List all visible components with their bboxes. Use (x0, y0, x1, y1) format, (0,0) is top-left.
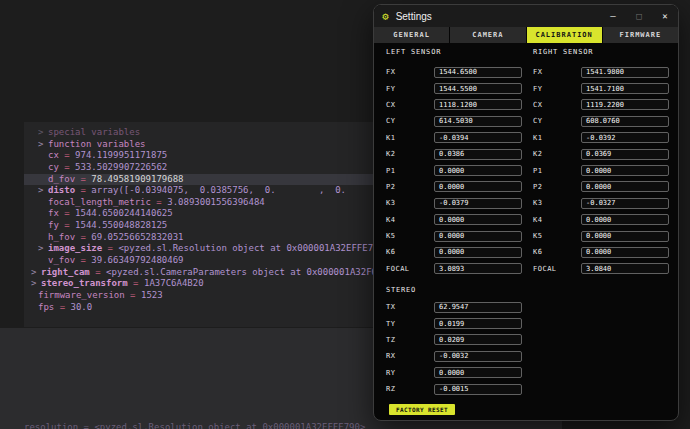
debug-line-fy: fy = 1544.550048828125 (24, 220, 378, 232)
debug-line-fps: fps = 30.0 (24, 302, 378, 314)
param-input-ty[interactable]: 0.0199 (434, 318, 522, 329)
param-label: K2 (386, 150, 434, 158)
debug-line-cx: cx = 974.1199951171875 (24, 150, 378, 162)
param-row-k5: K50.0000 (533, 228, 669, 244)
param-row-k3: K3-0.0379 (386, 195, 522, 211)
minimize-button[interactable]: – (600, 5, 626, 27)
debug-line-stereo-transform[interactable]: >stereo_transform = 1A37C6A4B20 (24, 278, 378, 290)
chevron-right-icon[interactable]: > (38, 127, 48, 139)
param-input-k6[interactable]: 0.0000 (581, 247, 669, 258)
param-row-p2: P20.0000 (533, 179, 669, 195)
param-label: K4 (533, 216, 581, 224)
param-label: K3 (386, 199, 434, 207)
debug-line-focal-length-metric: focal_length_metric = 3.0893001556396484 (24, 197, 378, 209)
debug-line-right-cam[interactable]: >right_cam = <pyzed.sl.CameraParameters … (24, 267, 378, 279)
param-input-fy[interactable]: 1544.5500 (434, 83, 522, 94)
chevron-right-icon[interactable]: > (31, 278, 41, 290)
param-input-k3[interactable]: -0.0327 (581, 198, 669, 209)
param-row-p2: P20.0000 (386, 179, 522, 195)
variable-value: <pyzed.sl.CameraParameters object at 0x0… (106, 267, 378, 277)
chevron-right-icon[interactable]: > (38, 185, 48, 197)
param-label: CY (533, 117, 581, 125)
param-row-tz: TZ0.0209 (386, 332, 522, 348)
variable-name: disto (48, 185, 75, 195)
debug-line-cy: cy = 533.5029907226562 (24, 162, 378, 174)
chevron-right-icon[interactable]: > (31, 267, 41, 279)
param-input-rz[interactable]: -0.0015 (434, 384, 522, 395)
right-sensor-column: FX1541.9800FY1541.7100CX1119.2200CY608.0… (533, 64, 669, 277)
param-input-p1[interactable]: 0.0000 (581, 165, 669, 176)
param-input-k4[interactable]: 0.0000 (434, 214, 522, 225)
param-input-k1[interactable]: -0.0392 (581, 132, 669, 143)
tab-camera[interactable]: CAMERA (450, 27, 525, 43)
param-row-ty: TY0.0199 (386, 315, 522, 331)
param-input-cy[interactable]: 608.0760 (581, 116, 669, 127)
equals-sign: = (59, 162, 75, 172)
param-label: FOCAL (533, 265, 581, 273)
param-input-fx[interactable]: 1541.9800 (581, 67, 669, 78)
param-input-tz[interactable]: 0.0209 (434, 334, 522, 345)
param-input-k5[interactable]: 0.0000 (581, 231, 669, 242)
param-row-cx: CX1118.1200 (386, 97, 522, 113)
close-button[interactable]: ✕ (652, 5, 678, 27)
param-input-k5[interactable]: 0.0000 (434, 231, 522, 242)
param-label: FY (386, 85, 434, 93)
window-controls: – □ ✕ (600, 5, 678, 27)
debug-line-d-fov: d_fov = 78.49581909179688 (24, 174, 378, 186)
variable-name: fx (48, 208, 59, 218)
param-input-cx[interactable]: 1119.2200 (581, 99, 669, 110)
debug-line-firmware-version: firmware_version = 1523 (24, 290, 378, 302)
debug-line-image-size[interactable]: >image_size = <pyzed.sl.Resolution objec… (24, 243, 378, 255)
debug-line-disto[interactable]: >disto = array([-0.0394075, 0.0385756, 0… (24, 185, 378, 197)
param-input-fy[interactable]: 1541.7100 (581, 83, 669, 94)
param-input-k4[interactable]: 0.0000 (581, 214, 669, 225)
debug-line-function-variables[interactable]: >function variables (24, 139, 378, 151)
param-label: CX (533, 101, 581, 109)
factory-reset-button[interactable]: FACTORY RESET (389, 404, 455, 415)
param-input-p1[interactable]: 0.0000 (434, 165, 522, 176)
variable-name: stereo_transform (41, 278, 128, 288)
clipped-debug-line: resolution = <pyzed.sl.Resolution object… (24, 422, 365, 429)
equals-sign: = (75, 232, 91, 242)
left-sensor-column: FX1544.6500FY1544.5500CX1118.1200CY614.5… (386, 64, 522, 277)
chevron-right-icon[interactable]: > (38, 243, 48, 255)
param-input-p2[interactable]: 0.0000 (581, 181, 669, 192)
param-input-k2[interactable]: 0.0369 (581, 149, 669, 160)
gear-icon: ⚙ (382, 11, 389, 22)
settings-window: ⚙ Settings – □ ✕ GENERALCAMERACALIBRATIO… (373, 4, 679, 421)
param-input-k1[interactable]: -0.0394 (434, 132, 522, 143)
maximize-button[interactable]: □ (626, 5, 652, 27)
variable-value: 1A37C6A4B20 (144, 278, 204, 288)
param-row-cx: CX1119.2200 (533, 97, 669, 113)
tab-general[interactable]: GENERAL (374, 27, 449, 43)
param-input-fx[interactable]: 1544.6500 (434, 67, 522, 78)
param-row-p1: P10.0000 (386, 162, 522, 178)
param-input-ry[interactable]: 0.0000 (434, 367, 522, 378)
equals-sign: = (128, 278, 144, 288)
param-row-cy: CY614.5030 (386, 113, 522, 129)
tab-firmware[interactable]: FIRMWARE (603, 27, 678, 43)
equals-sign: = (75, 174, 91, 184)
param-input-k6[interactable]: 0.0000 (434, 247, 522, 258)
param-row-k2: K20.0369 (533, 146, 669, 162)
chevron-right-icon[interactable]: > (38, 139, 48, 151)
variable-value: array([-0.0394075, 0.0385756, 0. , 0. , … (91, 185, 378, 195)
param-input-k2[interactable]: 0.0386 (434, 149, 522, 160)
tab-calibration[interactable]: CALIBRATION (527, 27, 602, 43)
param-input-k3[interactable]: -0.0379 (434, 198, 522, 209)
titlebar: ⚙ Settings – □ ✕ (374, 5, 678, 27)
param-input-focal[interactable]: 3.0893 (434, 263, 522, 274)
param-row-k6: K60.0000 (533, 244, 669, 260)
param-row-rx: RX-0.0032 (386, 348, 522, 364)
param-input-cx[interactable]: 1118.1200 (434, 99, 522, 110)
param-input-tx[interactable]: 62.9547 (434, 302, 522, 313)
debug-line-special-variables[interactable]: >special variables (24, 127, 378, 139)
calibration-body: LEFT SENSOR RIGHT SENSOR STEREO FX1544.6… (374, 43, 678, 421)
param-row-cy: CY608.0760 (533, 113, 669, 129)
param-input-rx[interactable]: -0.0032 (434, 351, 522, 362)
param-input-p2[interactable]: 0.0000 (434, 181, 522, 192)
param-input-focal[interactable]: 3.0840 (581, 263, 669, 274)
param-label: K6 (533, 248, 581, 256)
param-input-cy[interactable]: 614.5030 (434, 116, 522, 127)
param-row-k6: K60.0000 (386, 244, 522, 260)
